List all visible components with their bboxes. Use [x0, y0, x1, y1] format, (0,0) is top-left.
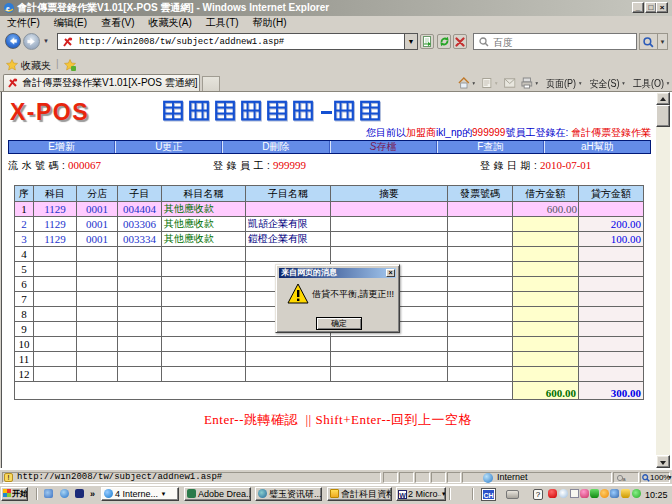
svg-text:a: a — [622, 476, 626, 482]
svg-text:e: e — [6, 4, 10, 13]
